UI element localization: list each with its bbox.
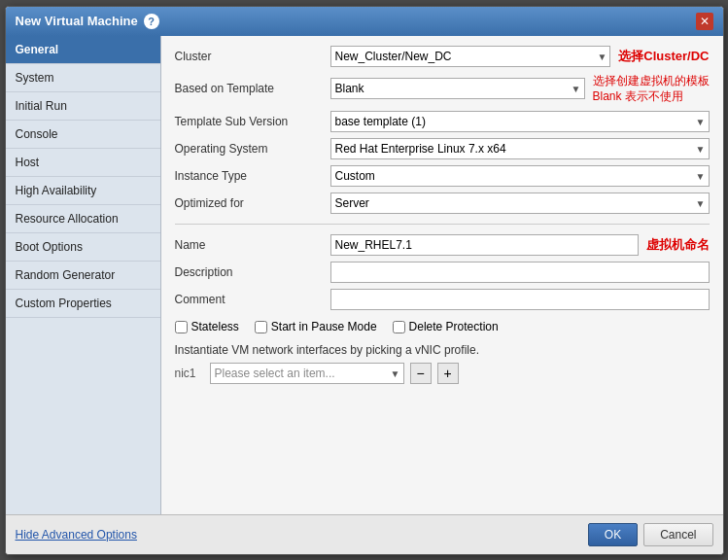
optimized-for-label: Optimized for [175, 196, 330, 210]
cluster-label: Cluster [175, 50, 330, 63]
optimized-for-select-wrapper: Server ▼ [330, 192, 710, 214]
template-select-wrapper: Blank ▼ [330, 78, 585, 99]
sidebar-item-general[interactable]: General [6, 36, 160, 64]
dialog-footer: Hide Advanced Options OK Cancel [6, 514, 723, 554]
start-in-pause-checkbox[interactable] [255, 321, 267, 333]
template-sub-version-select[interactable]: base template (1) [330, 111, 710, 132]
nic-remove-button[interactable]: − [410, 363, 432, 384]
instance-type-control: Custom ▼ [330, 165, 710, 187]
operating-system-row: Operating System Red Hat Enterprise Linu… [175, 138, 710, 159]
nic-row: nic1 Please select an item... ▼ − + [175, 363, 710, 384]
template-sub-version-control: base template (1) ▼ [330, 111, 710, 132]
instance-type-label: Instance Type [175, 169, 330, 183]
template-sub-version-label: Template Sub Version [175, 115, 330, 128]
name-row: Name 虚拟机命名 [175, 234, 710, 256]
nic-label: nic1 [175, 367, 204, 380]
template-annotation: 选择创建虚拟机的模板 Blank 表示不使用 [593, 73, 710, 106]
comment-label: Comment [175, 293, 330, 306]
nic-info: Instantiate VM network interfaces by pic… [175, 343, 710, 357]
separator-1 [175, 224, 710, 225]
name-label: Name [175, 238, 330, 252]
sidebar-item-custom-properties[interactable]: Custom Properties [6, 290, 160, 318]
operating-system-label: Operating System [175, 142, 330, 156]
cancel-button[interactable]: Cancel [643, 523, 712, 546]
main-content: Cluster New_Cluster/New_DC ▼ 选择Cluster/D… [161, 36, 723, 514]
nic-section: Instantiate VM network interfaces by pic… [175, 343, 710, 384]
stateless-label: Stateless [191, 320, 239, 333]
cluster-section: Cluster New_Cluster/New_DC ▼ 选择Cluster/D… [175, 46, 710, 67]
nic-select-wrapper: Please select an item... ▼ [210, 363, 404, 384]
dialog-body: General System Initial Run Console Host … [6, 36, 723, 514]
description-row: Description [175, 262, 710, 283]
cluster-row: Cluster New_Cluster/New_DC ▼ 选择Cluster/D… [175, 46, 710, 67]
stateless-checkbox[interactable] [175, 321, 188, 333]
nic-select[interactable]: Please select an item... [210, 363, 404, 384]
os-select-wrapper: Red Hat Enterprise Linux 7.x x64 ▼ [330, 138, 710, 159]
comment-row: Comment [175, 289, 710, 310]
description-control [330, 262, 710, 283]
description-label: Description [175, 265, 330, 279]
nic-add-button[interactable]: + [437, 363, 459, 384]
sidebar-item-boot-options[interactable]: Boot Options [6, 233, 160, 262]
sidebar-item-random-generator[interactable]: Random Generator [6, 262, 160, 290]
instance-type-select-wrapper: Custom ▼ [330, 165, 710, 187]
delete-protection-label: Delete Protection [409, 320, 499, 333]
footer-left: Hide Advanced Options [16, 528, 137, 542]
name-annotation: 虚拟机命名 [646, 236, 710, 254]
sidebar-item-high-availability[interactable]: High Availability [6, 177, 160, 205]
instance-type-select[interactable]: Custom [330, 165, 710, 187]
sidebar: General System Initial Run Console Host … [6, 36, 161, 514]
dialog-title: New Virtual Machine [16, 14, 138, 28]
template-annotation-line1: 选择创建虚拟机的模板 [593, 73, 710, 89]
name-control [330, 234, 639, 256]
delete-protection-checkbox-item[interactable]: Delete Protection [393, 320, 499, 333]
close-button[interactable]: ✕ [696, 13, 713, 30]
cluster-annotation: 选择Cluster/DC [618, 48, 709, 65]
start-in-pause-checkbox-item[interactable]: Start in Pause Mode [255, 320, 377, 333]
ok-button[interactable]: OK [588, 523, 638, 546]
description-input[interactable] [330, 262, 710, 283]
sidebar-item-initial-run[interactable]: Initial Run [6, 92, 160, 121]
stateless-checkbox-item[interactable]: Stateless [175, 320, 239, 333]
help-icon[interactable]: ? [144, 14, 159, 29]
based-on-template-row: Based on Template Blank ▼ 选择创建虚拟机的模板 Bla… [175, 73, 710, 106]
sidebar-item-resource-allocation[interactable]: Resource Allocation [6, 205, 160, 233]
hide-advanced-button[interactable]: Hide Advanced Options [16, 528, 137, 542]
based-on-template-label: Based on Template [175, 82, 330, 95]
template-sub-version-row: Template Sub Version base template (1) ▼ [175, 111, 710, 132]
optimized-for-row: Optimized for Server ▼ [175, 192, 710, 214]
sidebar-item-console[interactable]: Console [6, 121, 160, 149]
template-annotation-line2: Blank 表示不使用 [593, 88, 710, 105]
sidebar-item-system[interactable]: System [6, 64, 160, 92]
template-sub-version-select-wrapper: base template (1) ▼ [330, 111, 710, 132]
operating-system-select[interactable]: Red Hat Enterprise Linux 7.x x64 [330, 138, 710, 159]
template-select[interactable]: Blank [330, 78, 585, 99]
based-on-template-control: Blank ▼ [330, 78, 585, 99]
new-virtual-machine-dialog: New Virtual Machine ? ✕ General System I… [5, 6, 724, 555]
checkbox-row: Stateless Start in Pause Mode Delete Pro… [175, 320, 710, 333]
start-in-pause-label: Start in Pause Mode [271, 320, 377, 333]
name-input[interactable] [330, 234, 639, 256]
cluster-select[interactable]: New_Cluster/New_DC [330, 46, 611, 67]
comment-control [330, 289, 710, 310]
optimized-for-control: Server ▼ [330, 192, 710, 214]
operating-system-control: Red Hat Enterprise Linux 7.x x64 ▼ [330, 138, 710, 159]
instance-type-row: Instance Type Custom ▼ [175, 165, 710, 187]
cluster-select-wrapper: New_Cluster/New_DC ▼ [330, 46, 611, 67]
delete-protection-checkbox[interactable] [393, 321, 405, 333]
comment-input[interactable] [330, 289, 710, 310]
footer-right: OK Cancel [588, 523, 713, 546]
sidebar-item-host[interactable]: Host [6, 149, 160, 177]
cluster-control: New_Cluster/New_DC ▼ [330, 46, 611, 67]
title-bar: New Virtual Machine ? ✕ [6, 7, 723, 36]
optimized-for-select[interactable]: Server [330, 192, 710, 214]
title-bar-left: New Virtual Machine ? [16, 14, 159, 29]
